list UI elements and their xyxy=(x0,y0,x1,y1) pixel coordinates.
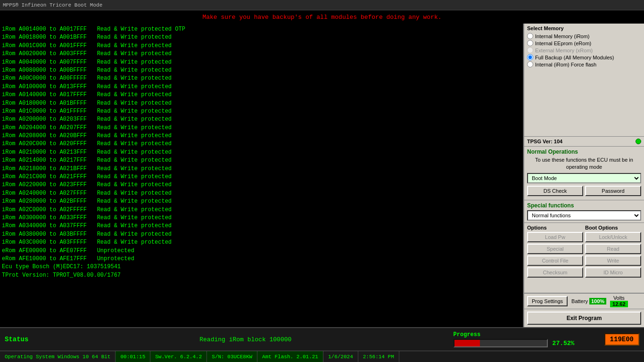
tpsg-version: TPSG Ver: 104 xyxy=(527,139,562,144)
hex-address-display: 119E00 xyxy=(604,333,639,346)
radio-full-backup[interactable]: Full Backup (All Memory Modules) xyxy=(527,54,641,60)
log-line: iRom A0080000 to A00BFFFF Read & Write p… xyxy=(2,66,521,74)
radio-force-flash[interactable]: Internal (iRom) Force flash xyxy=(527,61,641,67)
tpsg-row: TPSG Ver: 104 xyxy=(524,136,644,146)
right-panel-spacer xyxy=(524,70,644,136)
bottom-date: 1/6/2024 xyxy=(323,351,358,362)
options-row: Options Load Pw Special Control File Che… xyxy=(527,225,641,278)
read-button[interactable]: Read xyxy=(585,244,641,254)
bottom-clock: 2:56:14 PM xyxy=(358,351,399,362)
progress-percentage: 27.52% xyxy=(553,340,578,347)
prog-settings-button[interactable]: Prog Settings xyxy=(527,296,568,306)
options-col: Options Load Pw Special Control File Che… xyxy=(527,225,583,278)
normal-ops-section: Normal Operations To use these functions… xyxy=(524,146,644,200)
log-line: eRom AFE00000 to AFE07FFF Unprotected xyxy=(2,247,521,255)
log-line: iRom A0204000 to A0207FFF Read & Write p… xyxy=(2,124,521,132)
control-file-button[interactable]: Control File xyxy=(527,255,583,266)
status-text: Reading iRom block 100000 xyxy=(47,336,444,343)
radio-external-memory-input xyxy=(527,47,533,53)
battery-label: Battery xyxy=(571,298,588,304)
special-functions-select[interactable]: Normal functions xyxy=(527,210,641,221)
bottom-os-text: Operating System Windows 10 64 Bit xyxy=(5,354,110,360)
log-line: iRom A0280000 to A02BFFFF Read & Write p… xyxy=(2,197,521,206)
options-title: Options xyxy=(527,225,583,230)
progress-bar-wrapper: 27.52% xyxy=(454,339,595,347)
progress-section: Progress 27.52% xyxy=(454,331,595,347)
radio-internal-eeprom-label: Internal EEprom (eRom) xyxy=(535,41,591,46)
select-memory-title: Select Memory xyxy=(527,25,641,31)
options-section: Options Load Pw Special Control File Che… xyxy=(524,222,644,293)
radio-full-backup-input[interactable] xyxy=(527,54,533,60)
boot-options-col: Boot Options Lock/Unlock Read Write ID M… xyxy=(585,225,641,278)
write-button[interactable]: Write xyxy=(585,255,641,266)
bottom-date-text: 1/6/2024 xyxy=(328,354,353,360)
prog-settings-bar: Prog Settings Battery 100% Volts 12.62 xyxy=(524,293,644,309)
log-line: iRom A0380000 to A03BFFFF Read & Write p… xyxy=(2,230,521,239)
radio-internal-rom-label: Internal Memory (iRom) xyxy=(535,33,590,39)
special-button[interactable]: Special xyxy=(527,244,583,254)
log-line: iRom A0040000 to A007FFFF Read & Write p… xyxy=(2,58,521,66)
log-line: iRom A020C000 to A020FFFF Read & Write p… xyxy=(2,140,521,148)
volts-value: 12.62 xyxy=(610,301,628,307)
warning-text: Make sure you have backup's of all modul… xyxy=(202,14,441,21)
id-micro-button[interactable]: ID Micro xyxy=(585,267,641,278)
load-pw-button[interactable]: Load Pw xyxy=(527,232,583,242)
progress-bar-fill xyxy=(454,340,480,346)
password-button[interactable]: Password xyxy=(585,186,641,196)
normal-ops-title: Normal Operations xyxy=(527,148,641,155)
log-line: Ecu type Bosch (M)EDC17: 1037519541 xyxy=(2,263,521,271)
log-line: iRom A0240000 to A027FFFF Read & Write p… xyxy=(2,189,521,197)
boot-options-title: Boot Options xyxy=(585,225,641,230)
bottom-status-bar: Operating System Windows 10 64 Bit 00:01… xyxy=(0,351,644,362)
log-line: eRom AFE10000 to AFE17FFF Unprotected xyxy=(2,255,521,263)
exit-program-row: Exit Program xyxy=(524,309,644,327)
log-line: iRom A0140000 to A017FFFF Read & Write p… xyxy=(2,91,521,99)
special-functions-title: Special functions xyxy=(527,202,641,209)
normal-ops-description: To use these functions the ECU must be i… xyxy=(527,156,641,171)
log-line: iRom A01C0000 to A01FFFFF Read & Write p… xyxy=(2,107,521,115)
battery-percentage: 100% xyxy=(589,298,606,304)
special-functions-section: Special functions Normal functions xyxy=(524,200,644,222)
boot-mode-select[interactable]: Boot Mode xyxy=(527,173,641,183)
exit-program-button[interactable]: Exit Program xyxy=(527,312,641,325)
right-panel: Select Memory Internal Memory (iRom) Int… xyxy=(523,24,644,327)
radio-internal-rom-input[interactable] xyxy=(527,33,533,39)
log-line: iRom A0208000 to A020BFFF Read & Write p… xyxy=(2,132,521,140)
tpsg-status-indicator xyxy=(636,139,641,144)
battery-row: Battery 100% xyxy=(571,298,606,304)
lock-unlock-button[interactable]: Lock/Unlock xyxy=(585,232,641,242)
log-line: iRom A0200000 to A0203FFF Read & Write p… xyxy=(2,115,521,123)
log-area[interactable]: iRom A0014000 to A0017FFF Read & Write p… xyxy=(0,24,523,327)
checksum-button[interactable]: Checksum xyxy=(527,267,583,278)
log-line: iRom A0214000 to A0217FFF Read & Write p… xyxy=(2,156,521,165)
bottom-amt-flash: Amt Flash. 2.01.21 xyxy=(257,351,323,362)
boot-options-buttons: Lock/Unlock Read Write ID Micro xyxy=(585,232,641,278)
radio-force-flash-input[interactable] xyxy=(527,61,533,67)
boot-mode-row: Boot Mode xyxy=(527,173,641,183)
radio-internal-eeprom-input[interactable] xyxy=(527,40,533,46)
bottom-amt-flash-text: Amt Flash. 2.01.21 xyxy=(262,354,318,360)
radio-force-flash-label: Internal (iRom) Force flash xyxy=(535,62,596,67)
options-buttons: Load Pw Special Control File Checksum xyxy=(527,232,583,278)
bottom-serial-text: S/N: 03UCE8KW xyxy=(212,354,252,360)
log-line: iRom A0020000 to A003FFFF Read & Write p… xyxy=(2,50,521,58)
log-line: iRom A0018000 to A001BFFF Read & Write p… xyxy=(2,33,521,41)
log-line: iRom A0100000 to A013FFFF Read & Write p… xyxy=(2,83,521,91)
radio-external-memory-label: External Memory (xRom) xyxy=(535,48,593,53)
radio-internal-rom[interactable]: Internal Memory (iRom) xyxy=(527,33,641,39)
log-line: iRom A0180000 to A01BFFFF Read & Write p… xyxy=(2,99,521,107)
log-line: iRom A0210000 to A0213FFF Read & Write p… xyxy=(2,148,521,156)
bottom-serial: S/N: 03UCE8KW xyxy=(207,351,257,362)
ds-check-button[interactable]: DS Check xyxy=(527,186,583,196)
progress-bar xyxy=(454,339,548,347)
warning-bar: Make sure you have backup's of all modul… xyxy=(0,10,644,24)
title-bar: MPPS® Infineon Tricore Boot Mode xyxy=(0,0,644,10)
radio-internal-eeprom[interactable]: Internal EEprom (eRom) xyxy=(527,40,641,46)
log-line: iRom A0220000 to A023FFFF Read & Write p… xyxy=(2,181,521,189)
bottom-clock-text: 2:56:14 PM xyxy=(363,354,394,360)
title-text: MPPS® Infineon Tricore Boot Mode xyxy=(3,2,102,8)
progress-label: Progress xyxy=(454,331,595,338)
main-layout: iRom A0014000 to A0017FFF Read & Write p… xyxy=(0,24,644,327)
log-line: TProt Version: TPROT_V08.00.00/1767 xyxy=(2,272,521,280)
log-line: iRom A03C0000 to A03FFFFF Read & Write p… xyxy=(2,239,521,247)
